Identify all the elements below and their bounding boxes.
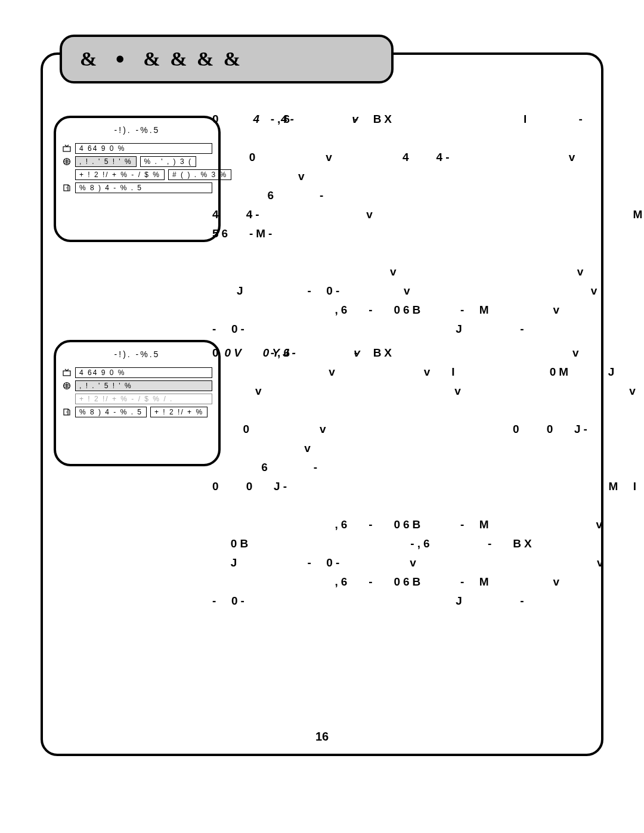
menu-cell: % . ' , ) 3 ( bbox=[140, 156, 196, 167]
menu-row: 4 64 9 0 % bbox=[62, 143, 212, 154]
menu-cell: 4 64 9 0 % bbox=[75, 143, 212, 154]
menu-title: -!). -%.5 bbox=[62, 125, 212, 135]
svg-rect-4 bbox=[63, 371, 70, 376]
tv-icon bbox=[62, 144, 72, 153]
section-1-body: 0 -,6 - BX I - 0 v 4 4- v v 6 - 4 4- v bbox=[212, 110, 644, 339]
menu-cell: + ! 2 !/ + % - / $ % / . bbox=[75, 394, 212, 404]
menu-cell: 4 64 9 0 % bbox=[75, 367, 212, 378]
menu-row: % 8 ) 4 - % . 5 bbox=[62, 182, 212, 193]
svg-rect-6 bbox=[64, 409, 68, 415]
menu-rows: 4 64 9 0 %, ! . ' 5 ! ' %% . ' , ) 3 (+ … bbox=[62, 143, 212, 193]
blank-icon bbox=[62, 395, 72, 403]
menu-row: + ! 2 !/ + % - / $ %# ( ) . % 3 % bbox=[62, 169, 212, 180]
tab-left: & bbox=[80, 48, 99, 70]
menu-row: , ! . ' 5 ! ' % bbox=[62, 380, 212, 391]
menu-screenshot-2: -!). -%.5 4 64 9 0 %, ! . ' 5 ! ' %+ ! 2… bbox=[54, 340, 221, 466]
svg-rect-0 bbox=[63, 147, 70, 151]
globe-icon bbox=[62, 382, 72, 390]
svg-rect-2 bbox=[64, 185, 68, 191]
menu-row: 4 64 9 0 % bbox=[62, 367, 212, 378]
svg-point-3 bbox=[66, 187, 67, 188]
door-icon bbox=[62, 184, 72, 192]
svg-point-7 bbox=[66, 411, 67, 413]
menu-cell: % 8 ) 4 - % . 5 bbox=[75, 182, 212, 193]
tab-right: & & & & bbox=[143, 48, 243, 70]
tv-icon bbox=[62, 368, 72, 377]
bullet-icon: • bbox=[116, 47, 126, 71]
section-tab: & • & & & & bbox=[60, 35, 394, 83]
menu-cell: , ! . ' 5 ! ' % bbox=[75, 380, 212, 391]
menu-title: -!). -%.5 bbox=[62, 349, 212, 359]
door-icon bbox=[62, 408, 72, 416]
menu-cell: + ! 2 !/ + % bbox=[150, 407, 208, 417]
menu-cell: , ! . ' 5 ! ' % bbox=[75, 156, 137, 167]
menu-row: % 8 ) 4 - % . 5+ ! 2 !/ + % bbox=[62, 407, 212, 417]
menu-row: + ! 2 !/ + % - / $ % / . bbox=[62, 394, 212, 404]
page-number: 16 bbox=[0, 730, 644, 744]
globe-icon bbox=[62, 157, 72, 166]
menu-cell: + ! 2 !/ + % - / $ % bbox=[75, 169, 165, 180]
menu-cell: % 8 ) 4 - % . 5 bbox=[75, 407, 147, 417]
menu-screenshot-1: -!). -%.5 4 64 9 0 %, ! . ' 5 ! ' %% . '… bbox=[54, 116, 221, 242]
menu-row: , ! . ' 5 ! ' %% . ' , ) 3 ( bbox=[62, 156, 212, 167]
menu-rows: 4 64 9 0 %, ! . ' 5 ! ' %+ ! 2 !/ + % - … bbox=[62, 367, 212, 417]
section-2-body: 0 -,6 - BX v I v v I 0M J v v bbox=[212, 343, 644, 611]
blank-icon bbox=[62, 171, 72, 179]
